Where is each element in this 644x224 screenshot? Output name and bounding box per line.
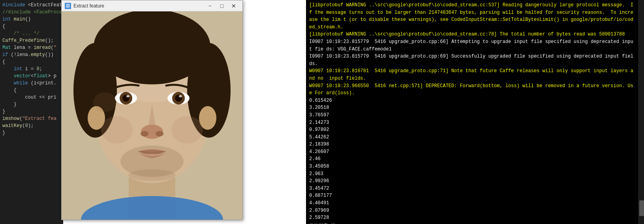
code-line-4: {: [2, 23, 61, 30]
code-line-14: cout << pri: [2, 94, 61, 101]
terminal-value-17: 2.59728: [309, 214, 635, 222]
terminal-value-1: 0.615426: [309, 97, 635, 105]
svg-point-19: [141, 131, 148, 136]
svg-point-20: [156, 131, 163, 136]
minimize-button[interactable]: －: [205, 2, 216, 10]
extract-feature-window: 🖼 Extract feature － □ ✕: [61, 0, 243, 220]
svg-point-24: [171, 116, 203, 144]
terminal-line-3: I0907 10:10:23.815779 5416 upgrade_proto…: [309, 38, 635, 53]
code-line-3: int main(): [2, 16, 61, 23]
code-line-9: {: [2, 58, 61, 65]
face-image-container: [62, 11, 242, 220]
face-image: [62, 11, 242, 220]
terminal-value-14: 0.887177: [309, 192, 635, 200]
code-line-17: imshow("Extract fea: [2, 115, 61, 122]
terminal-line-5: W0907 10:10:23.816781 5416 upgrade_proto…: [309, 67, 635, 82]
maximize-button[interactable]: □: [216, 2, 227, 10]
window-controls: － □ ✕: [205, 2, 239, 10]
window-title: Extract feature: [73, 3, 205, 9]
terminal-line-6: W0907 10:10:23.966550 5416 net.cpp:571] …: [309, 82, 635, 97]
code-line-2: //#include <FaceProcess: [2, 9, 61, 16]
code-line-12: while (i<print.: [2, 80, 61, 87]
terminal-value-11: 2.963: [309, 170, 635, 178]
scrollbar-thumb[interactable]: [639, 200, 644, 216]
code-line-19: }: [2, 129, 61, 136]
terminal-line-1: [libprotobuf WARNING ..\src\google\proto…: [309, 2, 635, 31]
window-titlebar: 🖼 Extract feature － □ ✕: [62, 0, 242, 11]
svg-point-23: [101, 116, 133, 144]
terminal-area: [libprotobuf WARNING ..\src\google\proto…: [306, 0, 644, 224]
code-line-16: }: [2, 108, 61, 115]
svg-point-13: [126, 95, 130, 97]
terminal-value-2: 3.20518: [309, 104, 635, 112]
terminal-value-15: 4.40491: [309, 200, 635, 207]
terminal-status-bar: 微软拼音 半：: [309, 222, 635, 224]
code-line-10: int i = 0;: [2, 65, 61, 73]
terminal-value-7: 2.18398: [309, 141, 635, 148]
svg-point-25: [93, 92, 117, 112]
code-line-11: vector<float> p: [2, 73, 61, 80]
code-line-5: /* ... */: [2, 30, 61, 37]
terminal-value-5: 0.97802: [309, 126, 635, 134]
terminal-value-16: 2.07969: [309, 207, 635, 215]
code-line-6: Caffe_Predefine();: [2, 37, 61, 44]
svg-point-22: [120, 146, 184, 177]
terminal-output: [libprotobuf WARNING ..\src\google\proto…: [306, 0, 638, 224]
close-button[interactable]: ✕: [228, 2, 239, 10]
terminal-value-12: 2.99296: [309, 177, 635, 185]
terminal-value-8: 4.26607: [309, 148, 635, 156]
terminal-value-3: 3.76597: [309, 112, 635, 119]
terminal-value-10: 3.45058: [309, 163, 635, 170]
terminal-scrollbar[interactable]: [638, 0, 644, 224]
code-editor: #include <ExtractFeature_h> //#include <…: [0, 0, 63, 224]
code-line-15: }: [2, 101, 61, 108]
terminal-value-9: 2.46: [309, 155, 635, 163]
terminal-line-4: I0907 10:10:23.815779 5416 upgrade_proto…: [309, 53, 635, 67]
terminal-value-6: 5.44262: [309, 134, 635, 141]
svg-point-17: [179, 95, 182, 97]
code-line-7: Mat lena = imread(": [2, 44, 61, 51]
code-line-18: waitKey(0);: [2, 122, 61, 129]
terminal-value-4: 2.14273: [309, 119, 635, 127]
terminal-line-2: [libprotobuf WARNING ..\src\google\proto…: [309, 31, 635, 38]
window-icon: 🖼: [65, 3, 71, 9]
terminal-value-13: 3.45472: [309, 185, 635, 192]
code-line-8: if (!lena.empty()): [2, 51, 61, 58]
code-line-1: #include <ExtractFeature_h>: [2, 2, 61, 9]
code-line-13: {: [2, 87, 61, 94]
